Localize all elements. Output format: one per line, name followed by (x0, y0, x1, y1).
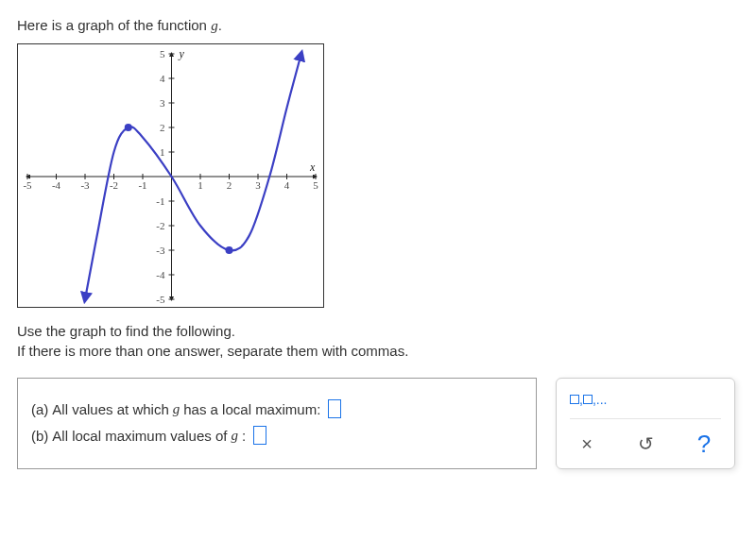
qb-text1: All local maximum values of (52, 428, 227, 444)
qa-g: g (173, 401, 180, 417)
svg-text:-3: -3 (156, 245, 165, 256)
prompt-part1: Here is a graph of the function (17, 17, 211, 33)
hint-tail: ,... (593, 392, 608, 407)
graph-container: -5-4-3-2-112345-5-4-3-2-112345xy (17, 43, 324, 308)
tool-bottom-row: × ↺ ? (570, 418, 721, 459)
list-format-hint[interactable]: ,,... (570, 388, 721, 418)
answer-input-b[interactable] (253, 426, 266, 445)
svg-text:-1: -1 (138, 179, 146, 191)
placeholder-box-icon (583, 395, 593, 404)
svg-text:5: 5 (313, 179, 318, 191)
answer-input-a[interactable] (328, 399, 341, 418)
prompt-text: Here is a graph of the function g. (17, 17, 739, 34)
question-a: (a) All values at which g has a local ma… (31, 399, 523, 418)
svg-text:4: 4 (160, 73, 165, 84)
svg-text:2: 2 (227, 179, 232, 191)
svg-text:-4: -4 (52, 179, 61, 191)
svg-text:-3: -3 (80, 179, 90, 191)
qb-g: g (231, 428, 238, 444)
svg-text:y: y (179, 47, 185, 60)
qa-text1: All values at which (52, 401, 168, 417)
svg-text:1: 1 (198, 179, 203, 191)
qb-text2: : (242, 428, 246, 444)
qa-prefix: (a) (31, 401, 48, 417)
reset-icon: ↺ (638, 432, 654, 455)
prompt-part2: . (218, 17, 222, 33)
placeholder-box-icon (570, 395, 579, 404)
qb-prefix: (b) (31, 428, 48, 444)
svg-text:1: 1 (160, 146, 165, 158)
svg-text:5: 5 (160, 48, 165, 59)
svg-text:4: 4 (284, 179, 290, 191)
svg-point-44 (125, 124, 132, 131)
answer-row: (a) All values at which g has a local ma… (17, 378, 739, 469)
question-b: (b) All local maximum values of g : (31, 426, 523, 445)
svg-text:-4: -4 (156, 269, 165, 280)
instruction-line-2: If there is more than one answer, separa… (17, 341, 739, 361)
svg-text:2: 2 (160, 122, 165, 133)
qa-text2: has a local maximum: (183, 401, 320, 417)
answer-box: (a) All values at which g has a local ma… (17, 378, 537, 469)
help-icon: ? (697, 430, 711, 459)
instruction-line-1: Use the graph to find the following. (17, 321, 739, 341)
svg-text:-2: -2 (156, 220, 164, 231)
reset-button[interactable]: ↺ (628, 429, 662, 459)
svg-text:3: 3 (255, 179, 261, 191)
x-icon: × (581, 433, 593, 455)
svg-text:-5: -5 (156, 294, 165, 305)
svg-text:x: x (309, 161, 316, 174)
tool-panel: ,,... × ↺ ? (556, 378, 735, 469)
svg-point-45 (226, 246, 233, 254)
prompt-g: g (211, 18, 218, 33)
function-graph: -5-4-3-2-112345-5-4-3-2-112345xy (18, 44, 324, 308)
svg-text:-1: -1 (156, 195, 164, 207)
svg-text:3: 3 (160, 97, 165, 109)
clear-button[interactable]: × (570, 429, 604, 459)
svg-text:-5: -5 (23, 179, 32, 191)
instructions: Use the graph to find the following. If … (17, 321, 739, 361)
svg-text:-2: -2 (110, 179, 118, 191)
help-button[interactable]: ? (687, 429, 721, 459)
